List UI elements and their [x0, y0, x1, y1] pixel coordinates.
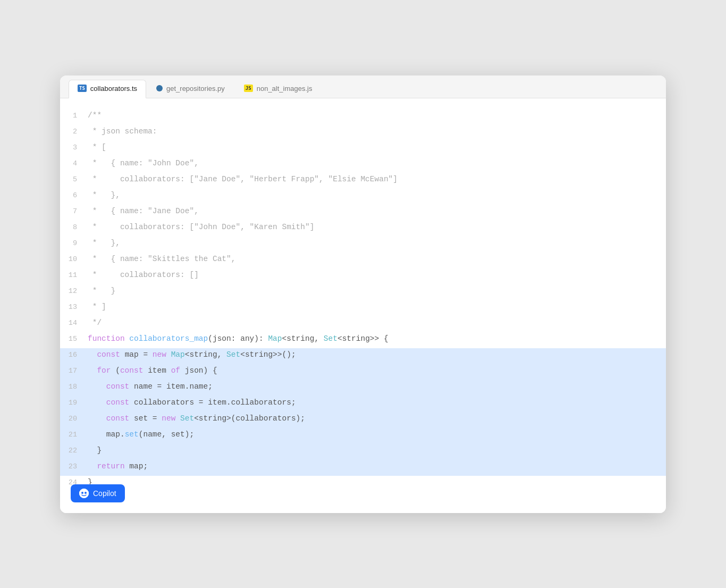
line-number: 23	[60, 460, 88, 473]
line-number: 22	[60, 444, 88, 457]
line-number: 17	[60, 365, 88, 377]
table-row: 14 */	[60, 316, 666, 332]
tab-get-repositories-py[interactable]: get_repositories.py	[147, 80, 234, 98]
line-content: * }	[88, 284, 666, 298]
table-row: 8 * collaborators: ["John Doe", "Karen S…	[60, 221, 666, 237]
line-content: }	[88, 444, 666, 457]
line-content: * },	[88, 237, 666, 250]
table-row: 13 * ]	[60, 300, 666, 316]
line-content: }	[88, 476, 666, 489]
table-row: 21 map.set(name, set);	[60, 428, 666, 444]
table-row: 9 * },	[60, 237, 666, 253]
line-content: for (const item of json) {	[88, 364, 666, 377]
line-number: 11	[60, 269, 88, 282]
line-content: const map = new Map<string, Set<string>>…	[88, 348, 666, 362]
line-number: 12	[60, 285, 88, 298]
table-row: 17 for (const item of json) {	[60, 364, 666, 380]
line-number: 7	[60, 205, 88, 218]
line-number: 20	[60, 413, 88, 425]
line-number: 15	[60, 333, 88, 346]
line-number: 18	[60, 381, 88, 393]
tab-label-ts: collaborators.ts	[90, 85, 137, 93]
line-number: 13	[60, 301, 88, 314]
tab-label-js: non_alt_images.js	[257, 85, 313, 93]
line-number: 16	[60, 349, 88, 362]
copilot-button[interactable]: Copilot	[71, 484, 125, 502]
line-number: 6	[60, 189, 88, 202]
line-content: * { name: "John Doe",	[88, 157, 666, 170]
table-row: 18 const name = item.name;	[60, 380, 666, 396]
line-number: 4	[60, 157, 88, 170]
table-row: 5 * collaborators: ["Jane Doe", "Herbert…	[60, 173, 666, 189]
table-row: 4 * { name: "John Doe",	[60, 157, 666, 173]
svg-point-2	[85, 492, 87, 494]
table-row: 22 }	[60, 444, 666, 460]
table-row: 1 /**	[60, 109, 666, 125]
line-number: 5	[60, 173, 88, 186]
line-number: 10	[60, 253, 88, 266]
line-content: */	[88, 316, 666, 330]
line-number: 2	[60, 125, 88, 138]
table-row: 12 * }	[60, 284, 666, 300]
table-row: 3 * [	[60, 141, 666, 157]
line-content: function collaborators_map(json: any): M…	[88, 332, 666, 346]
line-number: 14	[60, 317, 88, 330]
table-row: 7 * { name: "Jane Doe",	[60, 205, 666, 221]
line-content: * { name: "Jane Doe",	[88, 205, 666, 218]
line-content: const set = new Set<string>(collaborator…	[88, 412, 666, 425]
line-content: * },	[88, 189, 666, 202]
line-number: 8	[60, 221, 88, 234]
copilot-label: Copilot	[93, 489, 116, 498]
line-content: * json schema:	[88, 125, 666, 138]
line-number: 21	[60, 429, 88, 441]
svg-point-1	[81, 492, 83, 494]
tab-collaborators-ts[interactable]: TS collaborators.ts	[69, 80, 146, 98]
line-content: /**	[88, 109, 666, 122]
line-number: 3	[60, 141, 88, 154]
line-number: 1	[60, 110, 88, 122]
line-content: return map;	[88, 460, 666, 473]
line-content: const collaborators = item.collaborators…	[88, 396, 666, 409]
table-row: 11 * collaborators: []	[60, 268, 666, 284]
svg-point-0	[79, 489, 89, 498]
table-row: 19 const collaborators = item.collaborat…	[60, 396, 666, 412]
code-area: 1 /** 2 * json schema: 3 * [ 4 * { name:…	[60, 98, 666, 513]
editor-window: TS collaborators.ts get_repositories.py …	[60, 75, 666, 513]
line-content: * { name: "Skittles the Cat",	[88, 253, 666, 266]
copilot-icon	[79, 489, 89, 498]
line-content: const name = item.name;	[88, 380, 666, 393]
table-row: 6 * },	[60, 189, 666, 205]
line-content: map.set(name, set);	[88, 428, 666, 441]
line-content: * ]	[88, 300, 666, 314]
line-content: * collaborators: []	[88, 268, 666, 282]
table-row: 20 const set = new Set<string>(collabora…	[60, 412, 666, 428]
ts-icon: TS	[78, 85, 87, 93]
line-number: 9	[60, 237, 88, 250]
table-row: 15 function collaborators_map(json: any)…	[60, 332, 666, 348]
py-icon	[156, 85, 163, 91]
line-content: * [	[88, 141, 666, 154]
table-row: 23 return map;	[60, 460, 666, 476]
table-row: 24 }	[60, 476, 666, 492]
line-content: * collaborators: ["John Doe", "Karen Smi…	[88, 221, 666, 234]
tab-bar: TS collaborators.ts get_repositories.py …	[60, 75, 666, 98]
tab-non-alt-images-js[interactable]: JS non_alt_images.js	[235, 80, 322, 98]
table-row: 10 * { name: "Skittles the Cat",	[60, 253, 666, 268]
js-icon: JS	[244, 85, 253, 93]
table-row: 16 const map = new Map<string, Set<strin…	[60, 348, 666, 364]
table-row: 2 * json schema:	[60, 125, 666, 141]
line-number: 19	[60, 397, 88, 409]
tab-label-py: get_repositories.py	[166, 85, 225, 93]
line-content: * collaborators: ["Jane Doe", "Herbert F…	[88, 173, 666, 186]
